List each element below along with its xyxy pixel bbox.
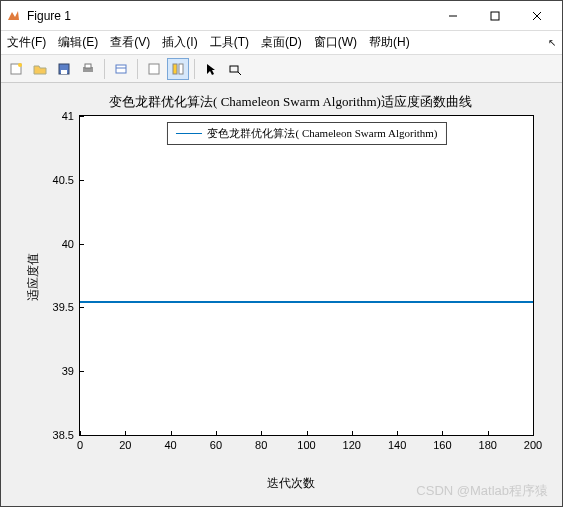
y-tick-label: 40 xyxy=(62,238,80,250)
x-tick-label: 80 xyxy=(255,435,267,451)
edit-plot-button[interactable] xyxy=(200,58,222,80)
new-figure-button[interactable] xyxy=(5,58,27,80)
link-icon xyxy=(114,62,128,76)
x-tick-mark xyxy=(533,431,534,435)
layout-tiled-icon xyxy=(171,62,185,76)
x-tick-mark xyxy=(261,431,262,435)
menu-help[interactable]: 帮助(H) xyxy=(369,34,410,51)
x-tick-label: 20 xyxy=(119,435,131,451)
layout-tiled-button[interactable] xyxy=(167,58,189,80)
svg-rect-7 xyxy=(61,70,67,74)
menu-tools[interactable]: 工具(T) xyxy=(210,34,249,51)
figure-area: 变色龙群优化算法( Chameleon Swarm Algorithm)适应度函… xyxy=(1,83,562,506)
chart-title: 变色龙群优化算法( Chameleon Swarm Algorithm)适应度函… xyxy=(37,93,544,111)
toolbar-separator xyxy=(137,59,138,79)
x-tick-label: 200 xyxy=(524,435,542,451)
maximize-button[interactable] xyxy=(474,2,516,30)
window-title: Figure 1 xyxy=(27,9,432,23)
y-tick-mark xyxy=(80,180,84,181)
y-tick-label: 39 xyxy=(62,365,80,377)
x-tick-mark xyxy=(488,431,489,435)
legend-line-icon xyxy=(175,133,201,135)
save-icon xyxy=(57,62,71,76)
print-icon xyxy=(81,62,95,76)
x-tick-label: 120 xyxy=(343,435,361,451)
menu-overflow-icon[interactable]: ↖ xyxy=(548,37,556,48)
open-button[interactable] xyxy=(29,58,51,80)
x-tick-mark xyxy=(171,431,172,435)
menu-insert[interactable]: 插入(I) xyxy=(162,34,197,51)
y-tick-label: 38.5 xyxy=(53,429,80,441)
x-tick-mark xyxy=(352,431,353,435)
svg-rect-15 xyxy=(230,66,238,72)
minimize-icon xyxy=(448,11,458,21)
x-tick-mark xyxy=(307,431,308,435)
x-tick-label: 0 xyxy=(77,435,83,451)
menu-file[interactable]: 文件(F) xyxy=(7,34,46,51)
data-cursor-icon xyxy=(228,62,242,76)
layout-single-icon xyxy=(147,62,161,76)
close-button[interactable] xyxy=(516,2,558,30)
figure-window: Figure 1 文件(F) 编辑(E) 查看(V) 插入(I) 工具(T) 桌… xyxy=(0,0,563,507)
svg-rect-14 xyxy=(179,64,183,74)
x-axis-label: 迭代次数 xyxy=(37,475,544,492)
svg-rect-13 xyxy=(173,64,177,74)
link-button[interactable] xyxy=(110,58,132,80)
arrow-icon xyxy=(204,62,218,76)
y-tick-mark xyxy=(80,116,84,117)
y-tick-mark xyxy=(80,244,84,245)
toolbar-separator xyxy=(194,59,195,79)
y-tick-mark xyxy=(80,371,84,372)
x-tick-label: 180 xyxy=(479,435,497,451)
y-tick-label: 39.5 xyxy=(53,301,80,313)
legend-entry: 变色龙群优化算法( Chameleon Swarm Algorithm) xyxy=(207,126,437,141)
new-figure-icon xyxy=(9,62,23,76)
x-tick-label: 100 xyxy=(297,435,315,451)
print-button[interactable] xyxy=(77,58,99,80)
window-controls xyxy=(432,2,558,30)
titlebar: Figure 1 xyxy=(1,1,562,31)
y-tick-label: 41 xyxy=(62,110,80,122)
matlab-logo-icon xyxy=(5,8,21,24)
svg-rect-1 xyxy=(491,12,499,20)
x-tick-label: 160 xyxy=(433,435,451,451)
svg-rect-12 xyxy=(149,64,159,74)
minimize-button[interactable] xyxy=(432,2,474,30)
data-cursor-button[interactable] xyxy=(224,58,246,80)
y-tick-mark xyxy=(80,307,84,308)
x-tick-mark xyxy=(80,431,81,435)
x-tick-label: 40 xyxy=(164,435,176,451)
svg-rect-9 xyxy=(85,64,91,68)
toolbar-separator xyxy=(104,59,105,79)
menu-edit[interactable]: 编辑(E) xyxy=(58,34,98,51)
x-tick-mark xyxy=(216,431,217,435)
layout-single-button[interactable] xyxy=(143,58,165,80)
maximize-icon xyxy=(490,11,500,21)
x-tick-mark xyxy=(397,431,398,435)
svg-line-16 xyxy=(238,72,241,75)
menu-view[interactable]: 查看(V) xyxy=(110,34,150,51)
y-tick-label: 40.5 xyxy=(53,174,80,186)
toolbar xyxy=(1,55,562,83)
x-tick-mark xyxy=(442,431,443,435)
legend[interactable]: 变色龙群优化算法( Chameleon Swarm Algorithm) xyxy=(166,122,446,145)
menu-desktop[interactable]: 桌面(D) xyxy=(261,34,302,51)
close-icon xyxy=(532,11,542,21)
plot-box[interactable]: 变色龙群优化算法( Chameleon Swarm Algorithm) 38.… xyxy=(79,115,534,436)
series-line xyxy=(80,301,533,303)
axes[interactable]: 变色龙群优化算法( Chameleon Swarm Algorithm)适应度函… xyxy=(37,97,544,456)
svg-point-5 xyxy=(18,63,22,67)
x-tick-label: 60 xyxy=(210,435,222,451)
menu-window[interactable]: 窗口(W) xyxy=(314,34,357,51)
menubar: 文件(F) 编辑(E) 查看(V) 插入(I) 工具(T) 桌面(D) 窗口(W… xyxy=(1,31,562,55)
save-button[interactable] xyxy=(53,58,75,80)
open-icon xyxy=(33,62,47,76)
x-tick-label: 140 xyxy=(388,435,406,451)
svg-rect-10 xyxy=(116,65,126,73)
x-tick-mark xyxy=(125,431,126,435)
y-axis-label: 适应度值 xyxy=(25,253,42,301)
